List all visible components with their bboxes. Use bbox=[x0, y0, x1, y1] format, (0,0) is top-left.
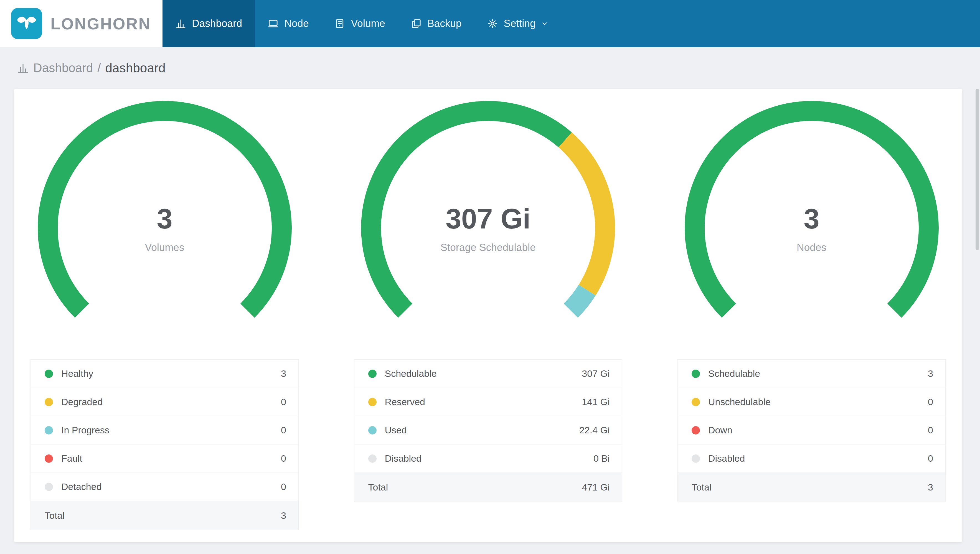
legend-row-unschedulable: Unschedulable0 bbox=[678, 388, 945, 416]
gauge-segment-schedulable bbox=[685, 101, 939, 318]
longhorn-bull-icon bbox=[11, 8, 42, 39]
nav-item-dashboard[interactable]: Dashboard bbox=[162, 0, 255, 47]
gauge-segment-healthy bbox=[38, 101, 292, 318]
legend-row-disabled: Disabled0 Bi bbox=[355, 444, 622, 473]
scrollbar-thumb[interactable] bbox=[975, 89, 979, 250]
status-dot bbox=[692, 369, 700, 378]
backup-icon bbox=[411, 18, 422, 29]
volumes-legend-rows: Healthy3Degraded0In Progress0Fault0Detac… bbox=[31, 360, 298, 501]
status-dot bbox=[692, 426, 700, 435]
gauge-segment-schedulable bbox=[361, 101, 572, 318]
legend-label: Disabled bbox=[708, 453, 928, 464]
legend-value: 0 bbox=[928, 425, 933, 436]
gear-icon bbox=[487, 18, 498, 29]
nav-label-backup: Backup bbox=[427, 18, 461, 29]
legend-row-fault: Fault0 bbox=[31, 444, 298, 473]
breadcrumb-separator: / bbox=[97, 62, 101, 74]
legend-row-schedulable: Schedulable307 Gi bbox=[355, 360, 622, 388]
volumes-panel: 3 Volumes Healthy3Degraded0In Progress0F… bbox=[30, 100, 299, 530]
volumes-total-row: Total 3 bbox=[31, 501, 298, 530]
volumes-legend: Healthy3Degraded0In Progress0Fault0Detac… bbox=[30, 359, 299, 530]
legend-value: 141 Gi bbox=[582, 396, 609, 408]
status-dot bbox=[45, 426, 53, 435]
nav-item-backup[interactable]: Backup bbox=[398, 0, 474, 47]
legend-label: Unschedulable bbox=[708, 396, 928, 408]
status-dot bbox=[368, 369, 377, 378]
legend-label: Healthy bbox=[61, 368, 281, 379]
bar-chart-icon bbox=[17, 62, 29, 74]
app-header: LONGHORN Dashboard Node Volume Backup bbox=[0, 0, 980, 47]
total-value: 3 bbox=[928, 482, 933, 493]
nodes-legend-rows: Schedulable3Unschedulable0Down0Disabled0 bbox=[678, 360, 945, 473]
legend-value: 3 bbox=[281, 368, 286, 379]
legend-label: Schedulable bbox=[708, 368, 928, 379]
status-dot bbox=[368, 454, 377, 463]
status-dot bbox=[45, 398, 53, 406]
status-dot bbox=[692, 398, 700, 406]
legend-value: 22.4 Gi bbox=[579, 425, 610, 436]
nav-label-node: Node bbox=[284, 18, 309, 29]
storage-legend-rows: Schedulable307 GiReserved141 GiUsed22.4 … bbox=[355, 360, 622, 473]
chevron-down-icon bbox=[540, 19, 549, 28]
breadcrumb-current-page: dashboard bbox=[105, 62, 165, 74]
legend-row-degraded: Degraded0 bbox=[31, 388, 298, 416]
nav-label-volume: Volume bbox=[351, 18, 385, 29]
logo-text: LONGHORN bbox=[51, 14, 151, 33]
legend-label: Disabled bbox=[385, 453, 593, 464]
status-dot bbox=[45, 483, 53, 491]
legend-label: Down bbox=[708, 425, 928, 436]
legend-value: 0 bbox=[281, 481, 286, 492]
storage-total-row: Total 471 Gi bbox=[355, 473, 622, 501]
legend-value: 0 bbox=[928, 453, 933, 464]
gauge-segment-reserved bbox=[558, 132, 615, 295]
legend-row-reserved: Reserved141 Gi bbox=[355, 388, 622, 416]
volumes-gauge-chart bbox=[37, 100, 292, 355]
status-dot bbox=[368, 398, 377, 406]
breadcrumb-section[interactable]: Dashboard bbox=[33, 62, 93, 74]
legend-label: Degraded bbox=[61, 396, 281, 408]
legend-value: 3 bbox=[928, 368, 933, 379]
main-nav: Dashboard Node Volume Backup Settin bbox=[162, 0, 562, 47]
dashboard-card: 3 Volumes Healthy3Degraded0In Progress0F… bbox=[14, 89, 962, 542]
volumes-gauge: 3 Volumes bbox=[37, 100, 292, 355]
legend-value: 0 bbox=[928, 396, 933, 408]
nodes-total-row: Total 3 bbox=[678, 473, 945, 501]
volume-icon bbox=[334, 18, 345, 29]
total-label: Total bbox=[692, 482, 928, 493]
legend-label: Used bbox=[385, 425, 579, 436]
legend-label: In Progress bbox=[61, 425, 281, 436]
legend-row-disabled: Disabled0 bbox=[678, 444, 945, 473]
legend-label: Reserved bbox=[385, 396, 582, 408]
storage-legend: Schedulable307 GiReserved141 GiUsed22.4 … bbox=[354, 359, 622, 502]
nav-label-dashboard: Dashboard bbox=[192, 18, 242, 29]
legend-value: 0 bbox=[281, 425, 286, 436]
total-label: Total bbox=[368, 482, 582, 493]
storage-gauge: 307 Gi Storage Schedulable bbox=[361, 100, 616, 355]
nav-item-setting[interactable]: Setting bbox=[474, 0, 562, 47]
legend-value: 0 bbox=[281, 453, 286, 464]
status-dot bbox=[692, 454, 700, 463]
nav-item-volume[interactable]: Volume bbox=[321, 0, 398, 47]
legend-label: Schedulable bbox=[385, 368, 582, 379]
storage-panel: 307 Gi Storage Schedulable Schedulable30… bbox=[354, 100, 622, 502]
total-label: Total bbox=[45, 510, 281, 521]
storage-gauge-chart bbox=[361, 100, 616, 355]
legend-row-in-progress: In Progress0 bbox=[31, 416, 298, 444]
bar-chart-icon bbox=[175, 18, 186, 29]
legend-row-down: Down0 bbox=[678, 416, 945, 444]
node-icon bbox=[267, 18, 279, 29]
legend-row-used: Used22.4 Gi bbox=[355, 416, 622, 444]
nav-label-setting: Setting bbox=[504, 18, 536, 29]
nav-item-node[interactable]: Node bbox=[255, 0, 321, 47]
legend-label: Fault bbox=[61, 453, 281, 464]
status-dot bbox=[45, 454, 53, 463]
nodes-gauge-chart bbox=[684, 100, 939, 355]
nodes-gauge: 3 Nodes bbox=[684, 100, 939, 355]
legend-value: 0 bbox=[281, 396, 286, 408]
status-dot bbox=[45, 369, 53, 378]
legend-value: 0 Bi bbox=[593, 453, 610, 464]
nodes-panel: 3 Nodes Schedulable3Unschedulable0Down0D… bbox=[678, 100, 946, 502]
nodes-legend: Schedulable3Unschedulable0Down0Disabled0… bbox=[678, 359, 946, 502]
logo[interactable]: LONGHORN bbox=[0, 0, 162, 47]
total-value: 3 bbox=[281, 510, 286, 521]
